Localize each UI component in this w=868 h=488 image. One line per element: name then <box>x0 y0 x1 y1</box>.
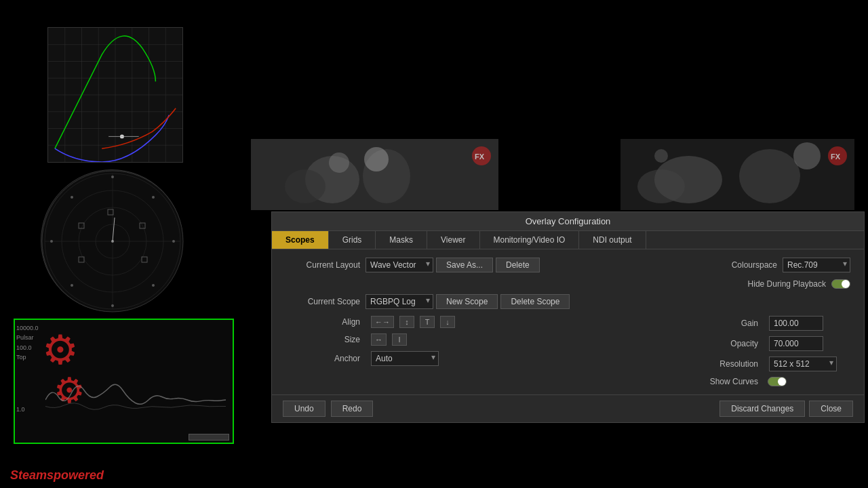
right-controls: Gain Opacity Resolution 512 x 512 <box>684 316 837 386</box>
steam-brand: Steamspowered <box>10 468 104 483</box>
svg-text:FX: FX <box>831 152 841 161</box>
waveform-scrollbar[interactable] <box>189 434 229 441</box>
hide-playback-toggle[interactable] <box>831 279 850 289</box>
gain-label: Gain <box>684 319 758 328</box>
svg-point-31 <box>71 196 73 199</box>
anchor-select-wrap: Auto <box>371 351 439 366</box>
save-as-button[interactable]: Save As... <box>436 258 493 272</box>
overlay-config-dialog: Overlay Configuration Scopes Grids Masks… <box>271 211 865 423</box>
svg-point-28 <box>111 304 114 307</box>
svg-point-29 <box>71 284 73 287</box>
align-bottom[interactable]: ↓ <box>440 316 455 328</box>
left-controls: Align ←→ ↕ T ↓ Size ↔ I Anchor <box>285 316 455 366</box>
svg-text:FX: FX <box>475 152 485 161</box>
current-scope-label: Current Scope <box>285 297 360 306</box>
current-layout-label: Current Layout <box>285 260 360 270</box>
svg-point-24 <box>111 176 114 178</box>
resolution-select-wrap: 512 x 512 <box>769 357 837 371</box>
layout-select-wrap: Wave Vector <box>366 258 433 272</box>
opacity-row: Opacity <box>684 336 837 351</box>
tab-grids[interactable]: Grids <box>329 231 376 249</box>
show-curves-toggle[interactable] <box>768 377 787 386</box>
svg-point-51 <box>739 149 800 203</box>
svg-point-45 <box>329 152 349 173</box>
tab-masks[interactable]: Masks <box>376 231 427 249</box>
colourspace-label: Colourspace <box>732 260 777 270</box>
align-left-right[interactable]: ←→ <box>371 316 394 328</box>
current-scope-row: Current Scope RGBPQ Log New Scope Delete… <box>285 294 850 309</box>
waveform-labels: 10000.0 Pulsar 100.0 Top 1.0 <box>16 323 39 363</box>
new-scope-button[interactable]: New Scope <box>436 294 498 309</box>
size-vertical[interactable]: I <box>392 333 407 346</box>
footer-right: Discard Changes Close <box>719 401 853 417</box>
align-row: Align ←→ ↕ T ↓ <box>285 316 455 328</box>
svg-point-44 <box>285 169 326 203</box>
controls-section: Align ←→ ↕ T ↓ Size ↔ I Anchor <box>285 316 850 386</box>
svg-point-25 <box>152 196 155 199</box>
show-curves-row: Show Curves <box>684 377 837 386</box>
anchor-row: Anchor Auto <box>285 351 455 366</box>
opacity-input[interactable] <box>769 336 823 351</box>
colourspace-select-wrap: Rec.709 <box>783 258 850 272</box>
size-label: Size <box>285 335 360 344</box>
current-layout-row: Current Layout Wave Vector Save As... De… <box>285 258 850 272</box>
svg-point-27 <box>152 284 155 287</box>
layout-select[interactable]: Wave Vector <box>366 258 433 272</box>
close-button[interactable]: Close <box>809 401 853 417</box>
svg-text:⚙: ⚙ <box>42 327 79 371</box>
waveform-panel: 10000.0 Pulsar 100.0 Top 1.0 ⚙ ⚙ <box>14 319 234 444</box>
svg-point-30 <box>50 240 53 243</box>
opacity-label: Opacity <box>684 339 758 348</box>
hide-playback-label: Hide During Playback <box>748 279 826 289</box>
anchor-select[interactable]: Auto <box>371 351 439 366</box>
svg-point-54 <box>654 149 668 163</box>
dialog-title: Overlay Configuration <box>272 212 864 231</box>
gear-icon-1: ⚙ <box>39 323 86 373</box>
align-top[interactable]: T <box>420 316 435 328</box>
tab-scopes[interactable]: Scopes <box>272 231 329 249</box>
align-label: Align <box>285 317 360 327</box>
dialog-tabs: Scopes Grids Masks Viewer Monitoring/Vid… <box>272 231 864 249</box>
resolution-label: Resolution <box>684 359 758 369</box>
anchor-label: Anchor <box>285 354 360 363</box>
resolution-select[interactable]: 512 x 512 <box>769 357 837 371</box>
tab-monitoring[interactable]: Monitoring/Video IO <box>480 231 580 249</box>
discard-changes-button[interactable]: Discard Changes <box>719 401 805 417</box>
hide-playback-row: Hide During Playback <box>285 279 850 289</box>
resolution-row: Resolution 512 x 512 <box>684 357 837 371</box>
undo-button[interactable]: Undo <box>283 401 326 417</box>
svg-point-52 <box>637 169 685 203</box>
video-panel-right: FX <box>620 139 854 210</box>
delete-scope-button[interactable]: Delete Scope <box>500 294 570 309</box>
video-panel-left: FX <box>251 139 498 210</box>
scope-select-wrap: RGBPQ Log <box>366 294 433 309</box>
fixafilm-logo-right: FX <box>827 146 848 166</box>
align-up-down[interactable]: ↕ <box>399 316 414 328</box>
gain-row: Gain <box>684 316 837 331</box>
tab-viewer[interactable]: Viewer <box>427 231 479 249</box>
colourspace-select[interactable]: Rec.709 <box>783 258 850 272</box>
dialog-footer: Undo Redo Discard Changes Close <box>272 394 864 422</box>
footer-left: Undo Redo <box>283 401 373 417</box>
svg-point-46 <box>364 147 389 171</box>
scope-select[interactable]: RGBPQ Log <box>366 294 433 309</box>
redo-button[interactable]: Redo <box>331 401 374 417</box>
show-curves-label: Show Curves <box>684 377 758 386</box>
dialog-body: Current Layout Wave Vector Save As... De… <box>272 249 864 394</box>
waveform-visual <box>45 374 226 426</box>
vectorscope <box>41 169 183 312</box>
fixafilm-logo-left: FX <box>471 146 492 166</box>
svg-point-53 <box>793 142 821 169</box>
tab-ndi[interactable]: NDI output <box>579 231 646 249</box>
gain-input[interactable] <box>769 316 823 331</box>
size-row: Size ↔ I <box>285 333 455 346</box>
svg-point-26 <box>172 240 175 243</box>
curve-graph <box>47 27 183 163</box>
delete-layout-button[interactable]: Delete <box>496 258 540 272</box>
size-horizontal[interactable]: ↔ <box>371 333 387 346</box>
